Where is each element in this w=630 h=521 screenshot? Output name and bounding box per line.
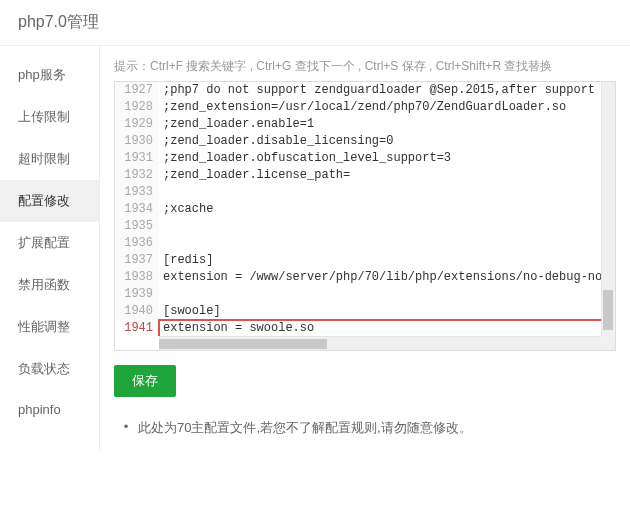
editor-line[interactable]: 1940[swoole]: [115, 303, 615, 320]
config-warning-text: 此处为70主配置文件,若您不了解配置规则,请勿随意修改。: [138, 419, 472, 437]
line-code[interactable]: ;xcache: [159, 201, 615, 218]
editor-line[interactable]: 1934;xcache: [115, 201, 615, 218]
line-code[interactable]: ;zend_loader.enable=1: [159, 116, 615, 133]
line-number: 1930: [115, 133, 159, 150]
editor-line[interactable]: 1937[redis]: [115, 252, 615, 269]
editor-line[interactable]: 1936: [115, 235, 615, 252]
line-number: 1936: [115, 235, 159, 252]
editor-line[interactable]: 1930;zend_loader.disable_licensing=0: [115, 133, 615, 150]
line-number: 1931: [115, 150, 159, 167]
horizontal-scrollbar[interactable]: [159, 336, 601, 350]
line-number: 1939: [115, 286, 159, 303]
line-code[interactable]: [159, 184, 615, 201]
container: php服务 上传限制 超时限制 配置修改 扩展配置 禁用函数 性能调整 负载状态…: [0, 46, 630, 451]
vertical-scrollbar-thumb[interactable]: [603, 290, 613, 330]
bullet-icon: •: [114, 419, 138, 434]
sidebar-item-upload-limit[interactable]: 上传限制: [0, 96, 99, 138]
scrollbar-corner: [601, 336, 615, 350]
page-title: php7.0管理: [0, 0, 630, 46]
editor-line[interactable]: 1931;zend_loader.obfuscation_level_suppo…: [115, 150, 615, 167]
horizontal-scrollbar-thumb[interactable]: [159, 339, 327, 349]
sidebar-item-timeout-limit[interactable]: 超时限制: [0, 138, 99, 180]
sidebar-item-config-edit[interactable]: 配置修改: [0, 180, 99, 222]
line-number: 1929: [115, 116, 159, 133]
line-code[interactable]: extension = swoole.so: [159, 320, 615, 336]
line-number: 1937: [115, 252, 159, 269]
line-number: 1940: [115, 303, 159, 320]
editor-line[interactable]: 1932;zend_loader.license_path=: [115, 167, 615, 184]
shortcut-hint: 提示：Ctrl+F 搜索关键字 , Ctrl+G 查找下一个 , Ctrl+S …: [114, 58, 616, 75]
line-number: 1938: [115, 269, 159, 286]
editor-line[interactable]: 1928;zend_extension=/usr/local/zend/php7…: [115, 99, 615, 116]
line-code[interactable]: ;zend_extension=/usr/local/zend/php70/Ze…: [159, 99, 615, 116]
config-warning: • 此处为70主配置文件,若您不了解配置规则,请勿随意修改。: [114, 419, 616, 437]
line-number: 1928: [115, 99, 159, 116]
editor-line[interactable]: 1927;php7 do not support zendguardloader…: [115, 82, 615, 99]
editor-line[interactable]: 1941extension = swoole.so: [115, 320, 615, 336]
sidebar-item-disabled-functions[interactable]: 禁用函数: [0, 264, 99, 306]
sidebar-item-performance[interactable]: 性能调整: [0, 306, 99, 348]
line-code[interactable]: extension = /www/server/php/70/lib/php/e…: [159, 269, 615, 286]
line-code[interactable]: [swoole]: [159, 303, 615, 320]
editor-line[interactable]: 1929;zend_loader.enable=1: [115, 116, 615, 133]
line-number: 1941: [115, 320, 159, 336]
line-code[interactable]: ;php7 do not support zendguardloader @Se…: [159, 82, 615, 99]
line-code[interactable]: ;zend_loader.disable_licensing=0: [159, 133, 615, 150]
line-number: 1934: [115, 201, 159, 218]
editor-line[interactable]: 1933: [115, 184, 615, 201]
sidebar: php服务 上传限制 超时限制 配置修改 扩展配置 禁用函数 性能调整 负载状态…: [0, 46, 100, 451]
sidebar-item-php-service[interactable]: php服务: [0, 54, 99, 96]
editor-line[interactable]: 1939: [115, 286, 615, 303]
sidebar-item-load-status[interactable]: 负载状态: [0, 348, 99, 390]
line-number: 1933: [115, 184, 159, 201]
line-number: 1932: [115, 167, 159, 184]
sidebar-item-extension-config[interactable]: 扩展配置: [0, 222, 99, 264]
vertical-scrollbar[interactable]: [601, 82, 615, 336]
editor-line[interactable]: 1938extension = /www/server/php/70/lib/p…: [115, 269, 615, 286]
line-code[interactable]: [159, 235, 615, 252]
line-code[interactable]: ;zend_loader.obfuscation_level_support=3: [159, 150, 615, 167]
line-code[interactable]: [redis]: [159, 252, 615, 269]
editor-line[interactable]: 1935: [115, 218, 615, 235]
line-number: 1927: [115, 82, 159, 99]
line-code[interactable]: [159, 286, 615, 303]
code-editor[interactable]: 1927;php7 do not support zendguardloader…: [114, 81, 616, 351]
sidebar-item-phpinfo[interactable]: phpinfo: [0, 390, 99, 429]
editor-scroll[interactable]: 1927;php7 do not support zendguardloader…: [115, 82, 615, 336]
line-code[interactable]: ;zend_loader.license_path=: [159, 167, 615, 184]
main-panel: 提示：Ctrl+F 搜索关键字 , Ctrl+G 查找下一个 , Ctrl+S …: [100, 46, 630, 451]
line-number: 1935: [115, 218, 159, 235]
save-button[interactable]: 保存: [114, 365, 176, 397]
line-code[interactable]: [159, 218, 615, 235]
